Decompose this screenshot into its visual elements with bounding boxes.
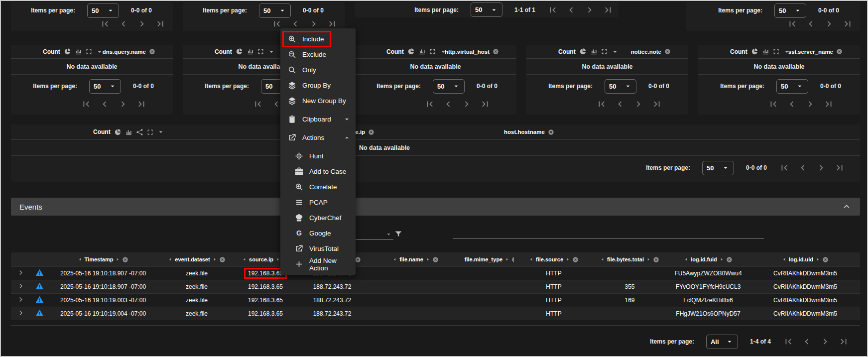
- menu-item-include[interactable]: Include: [280, 31, 356, 47]
- metric-panel-5-field-chip[interactable]: ssl.server_name: [788, 48, 843, 55]
- cell-value[interactable]: 192.168.3.65: [248, 297, 283, 304]
- col-left-icon[interactable]: [462, 257, 463, 262]
- pie-chart-icon[interactable]: [64, 48, 71, 55]
- fullscreen-icon[interactable]: [601, 48, 608, 55]
- top2-chevron-left-button[interactable]: [290, 18, 301, 29]
- pie-chart-icon[interactable]: [579, 48, 587, 55]
- cell-value[interactable]: HTTP: [546, 283, 561, 290]
- top2-first-page-button[interactable]: [271, 18, 282, 29]
- bar-chart-icon[interactable]: [762, 48, 769, 55]
- mp5-page-size-select[interactable]: 50: [776, 79, 808, 94]
- top3-page-size-select[interactable]: 50: [471, 2, 502, 17]
- cell-value[interactable]: 188.72.243.72: [313, 283, 352, 290]
- top3-chevron-right-button[interactable]: [584, 4, 595, 15]
- gp-page-size-select[interactable]: 50: [702, 161, 734, 175]
- top1-last-page-button[interactable]: [155, 18, 166, 29]
- close-circle-icon[interactable]: [548, 129, 554, 135]
- metric-panel-4-field-chip[interactable]: notice.note: [631, 48, 671, 55]
- col-right-icon[interactable]: [565, 257, 570, 262]
- events-section-header[interactable]: Events: [11, 198, 860, 216]
- cell-value[interactable]: zeek.file: [186, 310, 208, 317]
- top4-last-page-button[interactable]: [842, 18, 853, 29]
- bar-chart-icon[interactable]: [247, 48, 254, 55]
- top4-page-size-select[interactable]: 50: [774, 3, 806, 18]
- fullscreen-icon[interactable]: [429, 48, 436, 55]
- row-expander[interactable]: [11, 282, 30, 291]
- menu-item-clipboard[interactable]: Clipboard: [280, 112, 356, 127]
- mp5-first-page-button[interactable]: [768, 99, 779, 110]
- gp-chevron-right-button[interactable]: [816, 162, 827, 173]
- close-circle-icon[interactable]: [664, 48, 671, 55]
- caret-up-icon[interactable]: [343, 133, 351, 142]
- cell-value[interactable]: FHgJW21Os6OPNyD57: [676, 310, 740, 317]
- col-left-icon[interactable]: [392, 257, 397, 262]
- col-right-icon[interactable]: [425, 257, 430, 262]
- menu-item-only[interactable]: Only: [280, 62, 356, 78]
- row-expander[interactable]: [11, 309, 30, 318]
- mp5-chevron-left-button[interactable]: [786, 99, 797, 110]
- cell-value[interactable]: CvRIIAKhkDDwmM3m5: [773, 297, 837, 304]
- cell-value[interactable]: HTTP: [546, 310, 561, 317]
- top1-chevron-right-button[interactable]: [136, 18, 147, 29]
- gp-first-page-button[interactable]: [779, 162, 790, 173]
- menu-item-pcap[interactable]: PCAP: [280, 195, 356, 210]
- metric-panel-3-field-chip[interactable]: http.virtual_host: [445, 48, 499, 55]
- cell-value[interactable]: 2025-05-16 19:10:18.907 -07:00: [60, 270, 146, 277]
- col-right-icon[interactable]: [115, 257, 120, 262]
- mp3-first-page-button[interactable]: [424, 99, 435, 110]
- mp4-first-page-button[interactable]: [596, 99, 607, 110]
- close-circle-icon[interactable]: [726, 256, 733, 263]
- col-left-icon[interactable]: [600, 257, 605, 262]
- mp1-chevron-right-button[interactable]: [118, 99, 128, 110]
- cell-value[interactable]: 355: [624, 283, 634, 290]
- cell-value[interactable]: 169: [624, 297, 634, 304]
- mp3-chevron-right-button[interactable]: [461, 99, 472, 110]
- col-left-icon[interactable]: [168, 257, 173, 262]
- cell-value[interactable]: CvRIIAKhkDDwmM3m5: [773, 283, 837, 290]
- close-circle-icon[interactable]: [219, 256, 226, 263]
- menu-item-cyberchef[interactable]: CyberChef: [280, 210, 356, 226]
- cell-value[interactable]: 188.72.243.72: [313, 310, 352, 317]
- col-left-icon[interactable]: [242, 257, 247, 262]
- cell-value[interactable]: CvRIIAKhkDDwmM3m5: [773, 310, 837, 317]
- menu-item-hunt[interactable]: Hunt: [280, 148, 356, 164]
- menu-item-actions[interactable]: Actions: [280, 130, 356, 145]
- network-icon[interactable]: [136, 128, 143, 136]
- menu-item-add-to-case[interactable]: Add to Case: [280, 164, 356, 179]
- row-expander[interactable]: [11, 296, 30, 305]
- bar-chart-icon[interactable]: [418, 48, 426, 55]
- events-last-page-button[interactable]: [838, 336, 849, 347]
- mp1-page-size-select[interactable]: 50: [89, 79, 121, 94]
- mp4-chevron-right-button[interactable]: [633, 99, 644, 110]
- bar-chart-icon[interactable]: [125, 128, 132, 136]
- caret-down-icon[interactable]: [611, 48, 619, 56]
- bar-chart-icon[interactable]: [590, 48, 598, 55]
- mp3-last-page-button[interactable]: [480, 99, 491, 110]
- mp2-first-page-button[interactable]: [252, 99, 263, 110]
- col-right-icon[interactable]: [646, 257, 651, 262]
- cell-value[interactable]: HTTP: [546, 270, 561, 277]
- close-circle-icon[interactable]: [493, 48, 499, 55]
- mp1-last-page-button[interactable]: [136, 99, 147, 110]
- close-circle-icon[interactable]: [149, 48, 155, 55]
- top1-first-page-button[interactable]: [100, 18, 111, 29]
- menu-item-google[interactable]: GGoogle: [280, 226, 356, 241]
- col-right-icon[interactable]: [275, 257, 280, 262]
- mp1-chevron-left-button[interactable]: [99, 99, 110, 110]
- pie-chart-icon[interactable]: [407, 48, 415, 55]
- col-left-icon[interactable]: [78, 257, 83, 262]
- top1-page-size-select[interactable]: 50: [87, 3, 119, 18]
- top3-chevron-left-button[interactable]: [566, 4, 577, 15]
- top4-chevron-left-button[interactable]: [805, 18, 816, 29]
- cell-value[interactable]: zeek.file: [186, 297, 208, 304]
- close-circle-icon[interactable]: [572, 256, 579, 263]
- top3-first-page-button[interactable]: [547, 4, 558, 15]
- col-right-icon[interactable]: [719, 257, 724, 262]
- row-expander[interactable]: [11, 269, 30, 278]
- cell-value[interactable]: 192.168.3.65: [248, 283, 283, 290]
- fullscreen-icon[interactable]: [257, 48, 264, 55]
- mp1-first-page-button[interactable]: [81, 99, 92, 110]
- mp3-chevron-left-button[interactable]: [443, 99, 454, 110]
- pie-chart-icon[interactable]: [236, 48, 243, 55]
- events-chevron-left-button[interactable]: [801, 336, 812, 347]
